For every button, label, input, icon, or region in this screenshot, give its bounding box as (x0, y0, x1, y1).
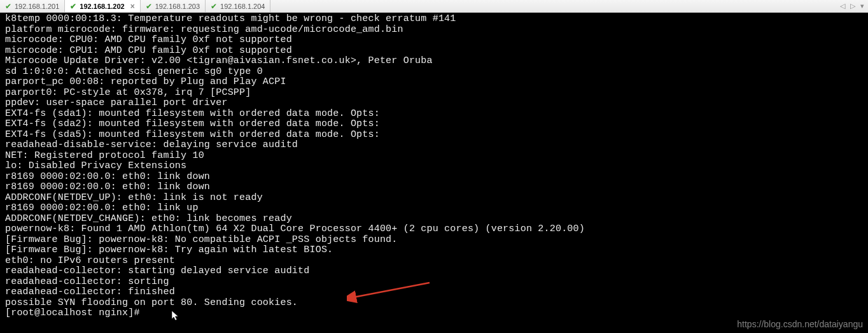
close-icon[interactable]: × (128, 3, 135, 10)
terminal-line: k8temp 0000:00:18.3: Temperature readout… (5, 13, 456, 24)
tab-host-4[interactable]: ✔ 192.168.1.204 (206, 0, 270, 12)
terminal-line: possible SYN flooding on port 80. Sendin… (5, 297, 298, 308)
tab-label: 192.168.1.203 (155, 3, 200, 10)
terminal-line: r8169 0000:02:00.0: eth0: link down (5, 171, 210, 182)
terminal-line: sd 1:0:0:0: Attached scsi generic sg0 ty… (5, 66, 263, 77)
terminal-line: parport0: PC-style at 0x378, irq 7 [PCSP… (5, 87, 251, 98)
terminal-line: Microcode Update Driver: v2.00 <tigran@a… (5, 55, 433, 66)
terminal-line: EXT4-fs (sda1): mounted filesystem with … (5, 108, 380, 119)
terminal-line: platform microcode: firmware: requesting… (5, 24, 403, 35)
next-tab-icon[interactable]: ▷ (850, 2, 855, 10)
tab-bar: ✔ 192.168.1.201 ✔ 192.168.1.202 × ✔ 192.… (0, 0, 868, 13)
tab-host-1[interactable]: ✔ 192.168.1.201 (0, 0, 65, 12)
terminal-line: EXT4-fs (sda5): mounted filesystem with … (5, 129, 380, 140)
tab-nav: ◁ ▷ ▾ (836, 0, 868, 12)
terminal-line: r8169 0000:02:00.0: eth0: link up (5, 202, 199, 213)
terminal-line: eth0: no IPv6 routers present (5, 255, 175, 266)
check-icon: ✔ (5, 3, 11, 10)
tab-menu-icon[interactable]: ▾ (860, 2, 864, 10)
prev-tab-icon[interactable]: ◁ (840, 2, 845, 10)
terminal-line: r8169 0000:02:00.0: eth0: link down (5, 181, 210, 192)
tab-host-2[interactable]: ✔ 192.168.1.202 × (65, 0, 140, 12)
terminal-line: [root@localhost nginx]# (5, 308, 140, 318)
tab-label: 192.168.1.202 (80, 3, 124, 10)
check-icon: ✔ (70, 3, 76, 10)
terminal-line: readahead-collector: finished (5, 287, 175, 297)
terminal-line: ADDRCONF(NETDEV_CHANGE): eth0: link beco… (5, 213, 292, 224)
terminal-line: ppdev: user-space parallel port driver (5, 97, 228, 108)
terminal-line: parport_pc 00:08: reported by Plug and P… (5, 76, 286, 87)
terminal-line: EXT4-fs (sda2): mounted filesystem with … (5, 118, 380, 129)
terminal-output[interactable]: k8temp 0000:00:18.3: Temperature readout… (0, 13, 868, 333)
terminal-line: lo: Disabled Privacy Extensions (5, 160, 186, 171)
terminal-line: NET: Registered protocol family 10 (5, 150, 204, 161)
tab-label: 192.168.1.201 (15, 3, 59, 10)
terminal-line: ADDRCONF(NETDEV_UP): eth0: link is not r… (5, 192, 263, 203)
terminal-line: readahead-collector: starting delayed se… (5, 266, 309, 276)
terminal-line: readahead-disable-service: delaying serv… (5, 139, 298, 150)
watermark: https://blog.csdn.net/dataiyangu (737, 319, 863, 329)
terminal-line: [Firmware Bug]: powernow-k8: Try again w… (5, 244, 333, 255)
check-icon: ✔ (146, 3, 152, 10)
tab-host-3[interactable]: ✔ 192.168.1.203 (141, 0, 206, 12)
terminal-line: microcode: CPU1: AMD CPU family 0xf not … (5, 45, 292, 56)
terminal-line: [Firmware Bug]: powernow-k8: No compatib… (5, 234, 398, 245)
tab-label: 192.168.1.204 (220, 3, 265, 10)
terminal-line: microcode: CPU0: AMD CPU family 0xf not … (5, 34, 292, 45)
check-icon: ✔ (211, 3, 217, 10)
terminal-line: readahead-collector: sorting (5, 276, 169, 287)
terminal-line: powernow-k8: Found 1 AMD Athlon(tm) 64 X… (5, 223, 585, 234)
